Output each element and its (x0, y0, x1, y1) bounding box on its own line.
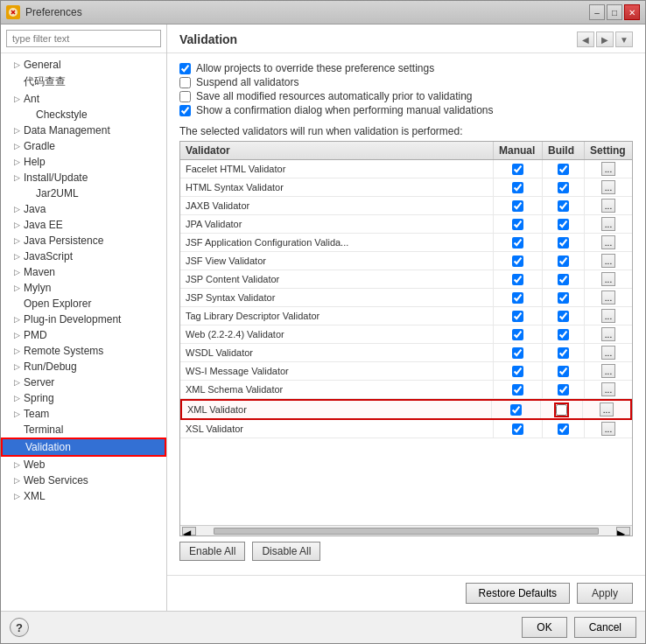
settings-button-4[interactable]: ... (601, 235, 615, 249)
horizontal-scrollbar[interactable]: ◀ ▶ (180, 525, 632, 536)
checkbox-allow-override[interactable] (179, 63, 191, 74)
build-checkbox-7[interactable] (558, 292, 569, 304)
sidebar-item-javascript[interactable]: ▷JavaScript (1, 248, 166, 264)
manual-checkbox-7[interactable] (512, 292, 523, 304)
sidebar-item-team[interactable]: ▷Team (1, 406, 166, 422)
build-checkbox-3[interactable] (558, 219, 569, 230)
build-checkbox-5[interactable] (558, 256, 569, 267)
build-checkbox-9[interactable] (558, 329, 569, 340)
ok-button[interactable]: OK (522, 617, 566, 638)
sidebar-item-run-debug[interactable]: ▷Run/Debug (1, 359, 166, 374)
tree-arrow-java: ▷ (11, 204, 22, 214)
manual-checkbox-12[interactable] (512, 384, 523, 396)
sidebar-item-jar2uml[interactable]: Jar2UML (1, 186, 166, 201)
manual-checkbox-8[interactable] (512, 311, 523, 322)
manual-checkbox-1[interactable] (512, 182, 523, 193)
build-checkbox-1[interactable] (558, 182, 569, 193)
th-manual: Manual (494, 142, 543, 159)
build-checkbox-12[interactable] (558, 384, 569, 396)
sidebar-item-terminal[interactable]: Terminal (1, 422, 166, 438)
settings-button-6[interactable]: ... (601, 272, 615, 286)
sidebar-item-java-ee[interactable]: ▷Java EE (1, 217, 166, 233)
manual-checkbox-0[interactable] (512, 164, 523, 175)
manual-checkbox-4[interactable] (512, 237, 523, 248)
sidebar-item-xml[interactable]: ▷XML (1, 488, 166, 504)
build-checkbox-8[interactable] (558, 311, 569, 322)
settings-button-10[interactable]: ... (601, 346, 615, 360)
manual-checkbox-10[interactable] (512, 347, 523, 359)
sidebar-item-maven[interactable]: ▷Maven (1, 264, 166, 280)
sidebar-item-plugin-development[interactable]: ▷Plug-in Development (1, 312, 166, 327)
settings-button-5[interactable]: ... (601, 254, 615, 268)
settings-button-1[interactable]: ... (601, 180, 615, 194)
sidebar-item-mylyn[interactable]: ▷Mylyn (1, 280, 166, 296)
sidebar-item-validation[interactable]: Validation (1, 438, 166, 457)
forward-button[interactable]: ▶ (596, 32, 614, 47)
settings-button-2[interactable]: ... (601, 199, 615, 213)
table-row: JPA Validator... (180, 215, 632, 234)
settings-button-3[interactable]: ... (601, 217, 615, 231)
build-checkbox-10[interactable] (558, 347, 569, 359)
manual-checkbox-3[interactable] (512, 219, 523, 230)
settings-button-13[interactable]: ... (600, 402, 614, 416)
settings-button-12[interactable]: ... (601, 382, 615, 396)
sidebar-item-remote-systems[interactable]: ▷Remote Systems (1, 343, 166, 359)
checkbox-suspend-all[interactable] (179, 77, 191, 88)
manual-checkbox-13[interactable] (510, 404, 522, 416)
manual-checkbox-6[interactable] (512, 274, 523, 285)
settings-button-11[interactable]: ... (601, 364, 615, 378)
manual-checkbox-14[interactable] (512, 424, 523, 435)
sidebar-item-data-management[interactable]: ▷Data Management (1, 122, 166, 138)
manual-checkbox-11[interactable] (512, 366, 523, 377)
build-checkbox-0[interactable] (558, 164, 569, 175)
restore-defaults-button[interactable]: Restore Defaults (466, 583, 570, 604)
sidebar-item-general[interactable]: ▷General (1, 57, 166, 73)
sidebar-item-checkstyle[interactable]: Checkstyle (1, 107, 166, 122)
sidebar-item-open-explorer[interactable]: Open Explorer (1, 296, 166, 312)
sidebar-item-web[interactable]: ▷Web (1, 457, 166, 472)
settings-button-7[interactable]: ... (601, 290, 615, 304)
settings-button-0[interactable]: ... (601, 162, 615, 176)
sidebar-item-gradle[interactable]: ▷Gradle (1, 138, 166, 154)
manual-checkbox-9[interactable] (512, 329, 523, 340)
sidebar-item-help[interactable]: ▷Help (1, 154, 166, 170)
search-input[interactable] (6, 30, 161, 47)
manual-checkbox-5[interactable] (512, 256, 523, 267)
back-button[interactable]: ◀ (577, 32, 594, 47)
sidebar-item-code-check[interactable]: 代码查查 (1, 73, 166, 91)
build-checkbox-11[interactable] (558, 366, 569, 377)
help-button[interactable]: ? (10, 618, 29, 637)
sidebar-item-ant[interactable]: ▷Ant (1, 91, 166, 107)
sidebar-item-install-update[interactable]: ▷Install/Update (1, 170, 166, 186)
cancel-button[interactable]: Cancel (574, 617, 636, 638)
sidebar-item-java[interactable]: ▷Java (1, 201, 166, 217)
checkbox-save-modified[interactable] (179, 91, 191, 102)
tree-arrow-web: ▷ (11, 459, 22, 470)
build-checkbox-2[interactable] (558, 200, 569, 212)
manual-checkbox-2[interactable] (512, 200, 523, 212)
settings-button-9[interactable]: ... (601, 327, 615, 341)
scroll-left-btn[interactable]: ◀ (182, 527, 196, 536)
enable-all-button[interactable]: Enable All (179, 542, 245, 561)
maximize-button[interactable]: □ (607, 4, 622, 20)
table-row: XML Validator... (180, 399, 632, 420)
scroll-thumb[interactable] (214, 528, 599, 535)
settings-button-8[interactable]: ... (601, 309, 615, 323)
nav-dropdown-button[interactable]: ▼ (615, 32, 633, 47)
apply-button[interactable]: Apply (577, 583, 633, 604)
minimize-button[interactable]: – (589, 4, 605, 20)
settings-button-14[interactable]: ... (601, 422, 615, 436)
build-checkbox-4[interactable] (558, 237, 569, 248)
build-checkbox-13[interactable] (556, 404, 567, 416)
sidebar-item-java-persistence[interactable]: ▷Java Persistence (1, 233, 166, 248)
checkbox-show-confirmation[interactable] (179, 105, 191, 116)
build-checkbox-14[interactable] (558, 424, 569, 435)
sidebar-item-pmd[interactable]: ▷PMD (1, 327, 166, 343)
build-checkbox-6[interactable] (558, 274, 569, 285)
sidebar-item-server[interactable]: ▷Server (1, 374, 166, 390)
sidebar-item-spring[interactable]: ▷Spring (1, 390, 166, 406)
scroll-right-btn[interactable]: ▶ (616, 527, 630, 536)
sidebar-item-web-services[interactable]: ▷Web Services (1, 472, 166, 488)
disable-all-button[interactable]: Disable All (252, 542, 320, 561)
close-button[interactable]: ✕ (624, 4, 640, 20)
